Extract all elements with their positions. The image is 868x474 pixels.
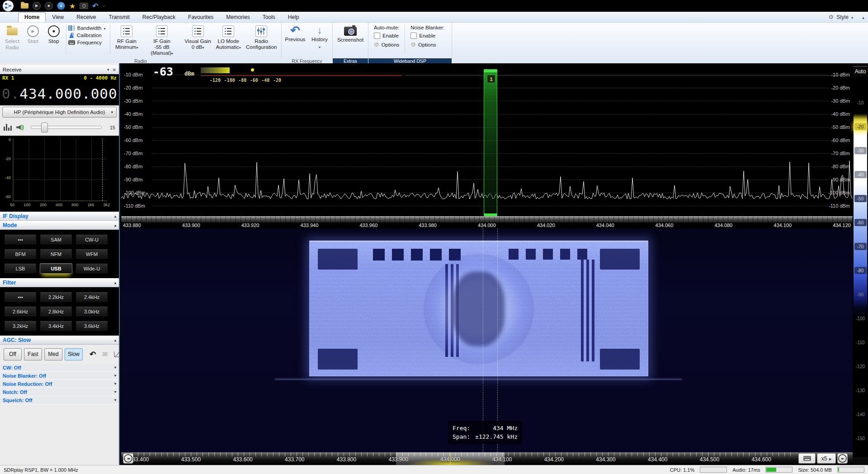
auto-mute-enable[interactable]: Enable — [374, 33, 399, 39]
ribbon-tab[interactable]: Rec/Playback — [136, 12, 182, 22]
filter-button[interactable]: 3.0kHz — [75, 306, 108, 317]
checkbox-icon[interactable] — [374, 33, 380, 39]
scroll-right-button[interactable] — [837, 453, 848, 464]
if-gain-button[interactable]: IF Gain-55 dB (Manual) — [142, 24, 183, 57]
screenshot-button[interactable]: Screenshot — [335, 24, 366, 43]
filter-button[interactable]: 3.6kHz — [75, 321, 108, 331]
auto-mute-options[interactable]: Options — [374, 41, 399, 48]
style-caret-icon[interactable] — [851, 14, 853, 20]
agc-button[interactable]: Med — [44, 348, 62, 360]
filter-button[interactable]: 2.8kHz — [40, 306, 72, 317]
radio-configuration-button[interactable]: RadioConfiguration — [243, 24, 279, 50]
waterfall-display[interactable]: Freq: 434 MHz Span: ±122.745 kHz — [121, 228, 853, 452]
spectrum-display[interactable]: -10 dBm -10 dBm -20 dBm -20 dBm -30 dBm … — [121, 63, 853, 228]
collapsed-section[interactable]: Noise Reduction: Off — [0, 380, 119, 388]
ribbon-tab[interactable]: Help — [282, 12, 306, 22]
mode-button[interactable]: LSB — [4, 263, 37, 274]
mode-button[interactable]: SAM — [40, 234, 72, 245]
collapsed-section[interactable]: Squelch: Off — [0, 396, 119, 404]
collapse-ribbon-icon[interactable] — [862, 14, 864, 20]
mode-button[interactable]: NFM — [40, 249, 72, 259]
screenshot-icon[interactable] — [80, 3, 88, 9]
start-button[interactable]: ▶ Start — [23, 24, 43, 45]
ribbon-tab[interactable]: Receive — [70, 12, 102, 22]
mode-button[interactable]: ••• — [4, 234, 37, 245]
ribbon-tab[interactable]: View — [46, 12, 70, 22]
filter-header[interactable]: Filter — [0, 278, 119, 287]
open-icon[interactable] — [21, 3, 28, 9]
caret-down-icon — [104, 25, 106, 31]
volume-slider[interactable] — [31, 126, 102, 129]
agc-button[interactable]: Off — [4, 348, 22, 360]
ribbon-tab[interactable]: Transmit — [103, 12, 136, 22]
filter-button[interactable]: 3.4kHz — [40, 321, 72, 331]
noise-blanker-options[interactable]: Options — [410, 41, 444, 48]
spectrum-frequency-scale[interactable] — [121, 216, 853, 223]
filter-button[interactable]: 2.2kHz — [40, 292, 72, 302]
mode-button[interactable]: CW-U — [75, 234, 108, 245]
panel-menu-icon[interactable] — [107, 67, 109, 72]
auto-level-button[interactable]: Auto — [853, 66, 868, 76]
lo-mode-button[interactable]: LO ModeAutomatic — [213, 24, 244, 50]
customize-toolbar-icon[interactable] — [103, 4, 105, 8]
tuning-cursor-right[interactable] — [497, 228, 498, 452]
volume-slider-thumb[interactable] — [41, 123, 48, 133]
speaker-icon[interactable] — [16, 124, 26, 131]
scroll-left-button[interactable] — [123, 453, 133, 464]
favourite-icon[interactable] — [69, 2, 75, 10]
stop-button[interactable]: ■ Stop — [43, 24, 64, 45]
collapsed-section[interactable]: Noise Blanker: Off — [0, 372, 119, 380]
band-navigation-bar[interactable]: 433.400433.500433.600433.700433.800433.9… — [121, 452, 853, 465]
panel-close-icon[interactable] — [113, 67, 116, 72]
rx-marker[interactable]: 1 — [484, 69, 497, 216]
checkbox-icon[interactable] — [410, 33, 417, 39]
agc-header[interactable]: AGC: Slow — [0, 336, 119, 345]
ribbon-tab[interactable]: Home — [18, 12, 46, 22]
collapsed-section[interactable]: CW: Off — [0, 364, 119, 372]
start-icon[interactable] — [33, 2, 41, 10]
style-icon[interactable] — [829, 14, 834, 20]
previous-button[interactable]: Previous — [283, 24, 307, 43]
mode-header[interactable]: Mode — [0, 221, 119, 230]
filter-button[interactable]: ••• — [4, 292, 37, 302]
audio-spectrum[interactable]: 0-20-40-60 501002004008001k63k2 — [0, 136, 119, 212]
calibration-button[interactable]: Calibration — [68, 33, 108, 38]
waterfall-level-bar[interactable]: Auto -10-20-30-40-50-60-70-80-90-100-110… — [853, 63, 868, 457]
visual-gain-button[interactable]: Visual Gain0 dB — [182, 24, 213, 50]
agc-button[interactable]: Fast — [24, 348, 42, 360]
mode-button[interactable]: WFM — [75, 249, 108, 259]
if-display-header[interactable]: IF Display — [0, 212, 119, 221]
mode-button[interactable]: BFM — [4, 249, 37, 259]
frequency-button[interactable]: Frequency — [68, 40, 108, 45]
agc-envelope-icon[interactable] — [102, 351, 108, 358]
mixer-icon[interactable] — [4, 124, 12, 131]
ribbon-tab[interactable]: Tools — [256, 12, 282, 22]
rf-gain-button[interactable]: RF GainMinimum — [112, 24, 142, 50]
zoom-button[interactable]: x5 — [817, 453, 836, 464]
ribbon-tab[interactable]: Favourites — [182, 12, 220, 22]
filter-button[interactable]: 3.2kHz — [4, 321, 37, 331]
filter-button[interactable]: 2.4kHz — [75, 292, 108, 302]
rx-marker-badge[interactable]: 1 — [487, 75, 495, 83]
audio-device-dropdown[interactable]: HP (Périphérique High Definition Audio) — [2, 107, 117, 118]
undo-icon[interactable] — [92, 2, 98, 10]
select-radio-button[interactable]: Select Radio — [2, 24, 23, 51]
mode-button[interactable]: Wide-U — [75, 263, 108, 274]
app-menu-button[interactable] — [3, 0, 14, 11]
ribbon-tab[interactable]: Memories — [220, 12, 256, 22]
frequency-display[interactable]: 0.434.000.000 — [0, 82, 119, 105]
tuning-cursor-left[interactable] — [483, 228, 483, 452]
collapsed-section[interactable]: Notch: Off — [0, 388, 119, 396]
add-icon[interactable] — [57, 2, 65, 10]
agc-reset-icon[interactable] — [90, 350, 96, 359]
frequency-entry-button[interactable] — [798, 453, 816, 464]
noise-blanker-enable[interactable]: Enable — [410, 33, 444, 39]
receive-panel-header[interactable]: Receive — [0, 65, 119, 74]
bandwidth-button[interactable]: Bandwidth — [68, 25, 108, 31]
agc-button[interactable]: Slow — [65, 348, 83, 360]
history-button[interactable]: History — [309, 24, 330, 50]
stop-icon[interactable] — [45, 2, 53, 10]
style-label[interactable]: Style — [836, 14, 849, 20]
mode-button[interactable]: USB — [40, 263, 72, 274]
filter-button[interactable]: 2.6kHz — [4, 306, 37, 317]
